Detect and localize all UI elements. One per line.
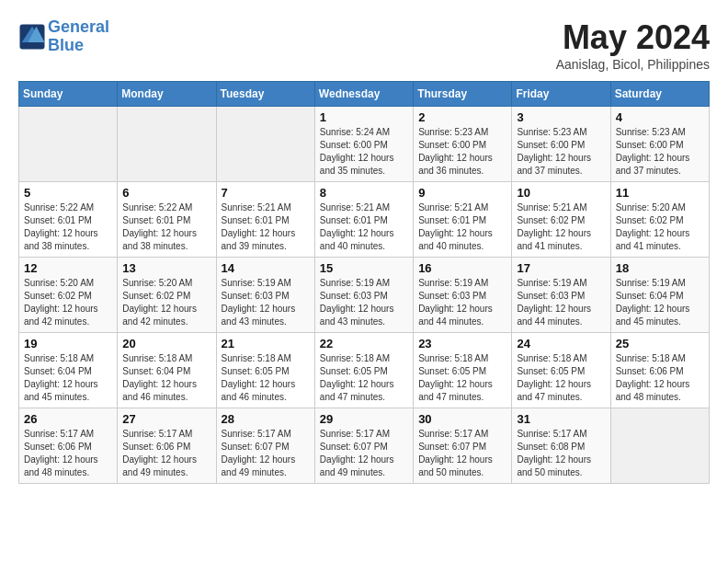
calendar-cell: 28 Sunrise: 5:17 AMSunset: 6:07 PMDaylig… [216,408,314,484]
day-number: 3 [517,110,605,124]
day-number: 16 [418,261,506,275]
day-number: 21 [222,337,310,350]
calendar-cell: 19 Sunrise: 5:18 AMSunset: 6:04 PMDaylig… [19,333,118,408]
day-number: 4 [616,110,704,124]
calendar-week-row: 12 Sunrise: 5:20 AMSunset: 6:02 PMDaylig… [19,258,710,333]
day-number: 19 [24,337,112,350]
day-number: 7 [222,186,310,200]
day-number: 26 [24,412,112,426]
calendar-week-row: 5 Sunrise: 5:22 AMSunset: 6:01 PMDayligh… [19,182,710,258]
calendar-cell [216,107,314,182]
day-info: Sunrise: 5:21 AMSunset: 6:02 PMDaylight:… [517,201,605,253]
calendar-cell: 1 Sunrise: 5:24 AMSunset: 6:00 PMDayligh… [314,107,413,182]
weekday-header: Wednesday [314,82,413,107]
calendar-week-row: 19 Sunrise: 5:18 AMSunset: 6:04 PMDaylig… [19,333,710,408]
day-info: Sunrise: 5:23 AMSunset: 6:00 PMDaylight:… [616,126,704,178]
day-info: Sunrise: 5:24 AMSunset: 6:00 PMDaylight:… [320,126,408,178]
calendar-cell: 20 Sunrise: 5:18 AMSunset: 6:04 PMDaylig… [118,333,216,408]
calendar-cell: 2 Sunrise: 5:23 AMSunset: 6:00 PMDayligh… [414,107,512,182]
day-number: 20 [122,337,210,350]
calendar-cell: 31 Sunrise: 5:17 AMSunset: 6:08 PMDaylig… [512,408,610,484]
calendar-cell: 13 Sunrise: 5:20 AMSunset: 6:02 PMDaylig… [118,258,216,333]
weekday-header: Saturday [610,82,709,107]
day-number: 17 [517,261,605,275]
day-info: Sunrise: 5:20 AMSunset: 6:02 PMDaylight:… [24,277,112,328]
day-number: 1 [320,110,408,124]
day-number: 9 [418,186,506,200]
day-number: 15 [320,261,408,275]
calendar-cell: 24 Sunrise: 5:18 AMSunset: 6:05 PMDaylig… [512,333,610,408]
calendar-cell: 29 Sunrise: 5:17 AMSunset: 6:07 PMDaylig… [314,408,413,484]
day-info: Sunrise: 5:17 AMSunset: 6:06 PMDaylight:… [122,428,210,479]
calendar-week-row: 26 Sunrise: 5:17 AMSunset: 6:06 PMDaylig… [19,408,710,484]
day-info: Sunrise: 5:18 AMSunset: 6:06 PMDaylight:… [616,352,704,404]
day-number: 6 [122,186,210,200]
calendar-cell: 3 Sunrise: 5:23 AMSunset: 6:00 PMDayligh… [512,107,610,182]
weekday-row: SundayMondayTuesdayWednesdayThursdayFrid… [19,82,710,107]
calendar-cell: 17 Sunrise: 5:19 AMSunset: 6:03 PMDaylig… [512,258,610,333]
day-number: 29 [320,412,408,426]
day-info: Sunrise: 5:19 AMSunset: 6:03 PMDaylight:… [517,277,605,328]
day-number: 31 [517,412,605,426]
day-info: Sunrise: 5:22 AMSunset: 6:01 PMDaylight:… [122,201,210,253]
calendar-cell: 23 Sunrise: 5:18 AMSunset: 6:05 PMDaylig… [414,333,512,408]
calendar-cell [118,107,216,182]
day-number: 10 [517,186,605,200]
day-info: Sunrise: 5:17 AMSunset: 6:08 PMDaylight:… [517,428,605,479]
day-info: Sunrise: 5:18 AMSunset: 6:05 PMDaylight:… [222,352,310,404]
day-info: Sunrise: 5:22 AMSunset: 6:01 PMDaylight:… [24,201,112,253]
day-number: 28 [222,412,310,426]
day-info: Sunrise: 5:19 AMSunset: 6:04 PMDaylight:… [616,277,704,328]
day-number: 27 [122,412,210,426]
calendar-header: SundayMondayTuesdayWednesdayThursdayFrid… [19,82,710,107]
day-number: 13 [122,261,210,275]
calendar-cell: 21 Sunrise: 5:18 AMSunset: 6:05 PMDaylig… [216,333,314,408]
calendar-cell [610,408,709,484]
calendar-cell: 9 Sunrise: 5:21 AMSunset: 6:01 PMDayligh… [414,182,512,258]
day-info: Sunrise: 5:17 AMSunset: 6:06 PMDaylight:… [24,428,112,479]
weekday-header: Monday [118,82,216,107]
day-info: Sunrise: 5:18 AMSunset: 6:05 PMDaylight:… [418,352,506,404]
day-number: 8 [320,186,408,200]
day-info: Sunrise: 5:18 AMSunset: 6:04 PMDaylight:… [122,352,210,404]
day-info: Sunrise: 5:21 AMSunset: 6:01 PMDaylight:… [222,201,310,253]
calendar-cell: 30 Sunrise: 5:17 AMSunset: 6:07 PMDaylig… [414,408,512,484]
logo-text: General Blue [48,18,109,55]
day-number: 24 [517,337,605,350]
calendar-table: SundayMondayTuesdayWednesdayThursdayFrid… [18,81,710,484]
calendar-cell: 7 Sunrise: 5:21 AMSunset: 6:01 PMDayligh… [216,182,314,258]
day-number: 11 [616,186,704,200]
day-info: Sunrise: 5:20 AMSunset: 6:02 PMDaylight:… [122,277,210,328]
calendar-cell: 6 Sunrise: 5:22 AMSunset: 6:01 PMDayligh… [118,182,216,258]
day-info: Sunrise: 5:23 AMSunset: 6:00 PMDaylight:… [517,126,605,178]
calendar-cell [19,107,118,182]
day-number: 25 [616,337,704,350]
day-info: Sunrise: 5:18 AMSunset: 6:04 PMDaylight:… [24,352,112,404]
day-info: Sunrise: 5:21 AMSunset: 6:01 PMDaylight:… [320,201,408,253]
calendar-cell: 27 Sunrise: 5:17 AMSunset: 6:06 PMDaylig… [118,408,216,484]
day-info: Sunrise: 5:18 AMSunset: 6:05 PMDaylight:… [320,352,408,404]
weekday-header: Tuesday [216,82,314,107]
calendar-cell: 10 Sunrise: 5:21 AMSunset: 6:02 PMDaylig… [512,182,610,258]
day-info: Sunrise: 5:19 AMSunset: 6:03 PMDaylight:… [222,277,310,328]
day-number: 23 [418,337,506,350]
day-info: Sunrise: 5:23 AMSunset: 6:00 PMDaylight:… [418,126,506,178]
day-number: 12 [24,261,112,275]
weekday-header: Sunday [19,82,118,107]
day-number: 18 [616,261,704,275]
calendar-cell: 4 Sunrise: 5:23 AMSunset: 6:00 PMDayligh… [610,107,709,182]
month-title: May 2024 [556,18,710,57]
calendar-cell: 15 Sunrise: 5:19 AMSunset: 6:03 PMDaylig… [314,258,413,333]
weekday-header: Thursday [414,82,512,107]
day-info: Sunrise: 5:19 AMSunset: 6:03 PMDaylight:… [320,277,408,328]
logo-icon [18,23,46,51]
weekday-header: Friday [512,82,610,107]
day-info: Sunrise: 5:20 AMSunset: 6:02 PMDaylight:… [616,201,704,253]
day-number: 5 [24,186,112,200]
day-info: Sunrise: 5:21 AMSunset: 6:01 PMDaylight:… [418,201,506,253]
day-number: 14 [222,261,310,275]
page-header: General Blue May 2024 Aanislag, Bicol, P… [18,18,710,72]
day-info: Sunrise: 5:17 AMSunset: 6:07 PMDaylight:… [320,428,408,479]
calendar-body: 1 Sunrise: 5:24 AMSunset: 6:00 PMDayligh… [19,107,710,484]
day-number: 2 [418,110,506,124]
